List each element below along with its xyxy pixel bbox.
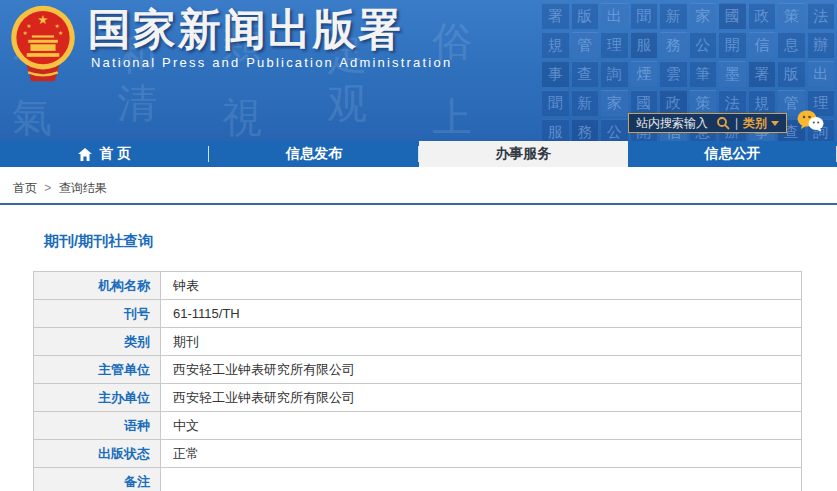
row-label: 刊号 (34, 300, 161, 328)
svg-text:★: ★ (58, 30, 63, 36)
row-value: 钟表 (161, 272, 802, 300)
nav-item-label: 信息发布 (286, 145, 342, 163)
table-row: 主管单位西安轻工业钟表研究所有限公司 (34, 356, 802, 384)
row-label: 类别 (34, 328, 161, 356)
main-nav-list: 首 页信息发布办事服务信息公开 (0, 141, 837, 167)
home-icon (78, 148, 92, 161)
nav-item-label: 首 页 (99, 145, 131, 163)
national-emblem-icon: ★ ★ ★ ★ ★ (6, 4, 80, 86)
nav-item-news[interactable]: 信息发布 (209, 141, 418, 167)
row-label: 出版状态 (34, 440, 161, 468)
row-value: 西安轻工业钟表研究所有限公司 (161, 384, 802, 412)
nav-item-disclosure[interactable]: 信息公开 (628, 141, 837, 167)
breadcrumb: 首页 > 查询结果 (0, 167, 837, 205)
nav-item-label: 信息公开 (704, 145, 760, 163)
site-subtitle-en: National Press and Publication Administr… (91, 55, 452, 70)
nav-item-label: 办事服务 (495, 145, 551, 163)
page-title: 期刊/期刊社查询 (44, 232, 837, 251)
svg-text:★: ★ (23, 30, 28, 36)
search-button[interactable] (714, 116, 732, 130)
journal-info-table: 机构名称钟表刊号61-1115/TH类别期刊主管单位西安轻工业钟表研究所有限公司… (33, 271, 802, 491)
row-label: 语种 (34, 412, 161, 440)
breadcrumb-current: 查询结果 (59, 181, 107, 195)
row-label: 主办单位 (34, 384, 161, 412)
svg-text:★: ★ (37, 13, 48, 27)
table-row: 主办单位西安轻工业钟表研究所有限公司 (34, 384, 802, 412)
table-row: 机构名称钟表 (34, 272, 802, 300)
chevron-down-icon (771, 121, 779, 126)
site-logo[interactable]: ★ ★ ★ ★ ★ 国家新闻出版署 National Press and Pub… (6, 4, 452, 86)
row-value: 期刊 (161, 328, 802, 356)
row-label: 备注 (34, 468, 161, 491)
search-input[interactable] (634, 115, 714, 131)
magnifier-icon (716, 116, 730, 130)
breadcrumb-separator: > (44, 181, 51, 195)
table-row: 出版状态正常 (34, 440, 802, 468)
table-row: 语种中文 (34, 412, 802, 440)
site-header: 风和類足俗氣清視观上 署版出聞新家國政策法規管理服務公開信息辦事查詢煙雲筆墨署版… (0, 0, 837, 141)
site-search-bar: | 类别 (628, 113, 787, 133)
nav-item-services[interactable]: 办事服务 (419, 141, 628, 167)
row-label: 主管单位 (34, 356, 161, 384)
row-value: 中文 (161, 412, 802, 440)
site-title: 国家新闻出版署 (88, 6, 452, 53)
table-row: 刊号61-1115/TH (34, 300, 802, 328)
search-category-dropdown[interactable]: 类别 (741, 115, 781, 132)
search-category-label: 类别 (743, 115, 767, 132)
svg-text:★: ★ (54, 23, 59, 29)
nav-item-home[interactable]: 首 页 (0, 141, 209, 167)
svg-text:★: ★ (26, 23, 31, 29)
row-value: 61-1115/TH (161, 300, 802, 328)
table-row: 类别期刊 (34, 328, 802, 356)
search-separator: | (735, 116, 738, 130)
breadcrumb-home-link[interactable]: 首页 (13, 181, 37, 195)
journal-table-body: 机构名称钟表刊号61-1115/TH类别期刊主管单位西安轻工业钟表研究所有限公司… (34, 272, 802, 491)
row-value: 西安轻工业钟表研究所有限公司 (161, 356, 802, 384)
table-row: 备注 (34, 468, 802, 491)
wechat-icon[interactable] (796, 110, 824, 136)
row-label: 机构名称 (34, 272, 161, 300)
row-value (161, 468, 802, 491)
main-nav: 首 页信息发布办事服务信息公开 (0, 141, 837, 167)
row-value: 正常 (161, 440, 802, 468)
